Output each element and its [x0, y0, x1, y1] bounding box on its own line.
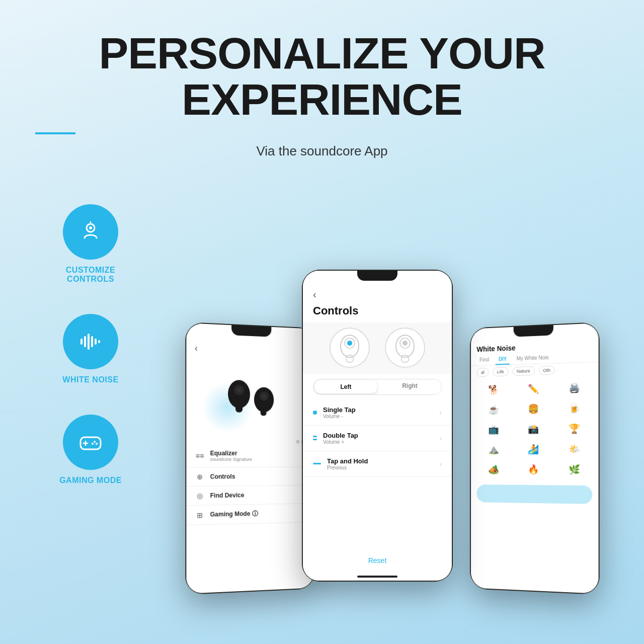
- phone-left-screen: ‹: [186, 323, 314, 594]
- controls-title: Controls: [303, 302, 452, 323]
- svg-rect-5: [91, 336, 93, 347]
- svg-rect-4: [88, 334, 90, 350]
- white-noise-label: WHITE NOISE: [62, 375, 118, 384]
- subtab-other[interactable]: Oth: [538, 365, 555, 375]
- phone-center-screen: ‹ Controls: [303, 271, 452, 581]
- left-button[interactable]: Left: [314, 380, 377, 393]
- svg-point-11: [94, 441, 96, 443]
- phone-right-screen: White Noise Find DIY My White Nois al Li…: [471, 323, 599, 594]
- svg-point-28: [403, 341, 408, 346]
- double-tap-row[interactable]: Double Tap Volume + ›: [303, 426, 452, 451]
- subtitle: Via the soundcore App: [35, 143, 609, 159]
- double-tap-indicator: [313, 436, 317, 440]
- sound-icon-15[interactable]: 🌿: [554, 460, 594, 479]
- lr-toggle[interactable]: Left Right: [313, 379, 442, 395]
- svg-point-13: [92, 443, 94, 445]
- feature-gaming-mode: GAMING MODE: [35, 415, 146, 485]
- gamepad-icon: [77, 429, 104, 455]
- feature-white-noise: WHITE NOISE: [35, 314, 146, 384]
- svg-point-24: [347, 341, 352, 346]
- sound-icon-8[interactable]: 📸: [514, 419, 553, 439]
- white-noise-circle: [63, 314, 118, 369]
- earbuds-image: [186, 355, 314, 438]
- sound-icon-6[interactable]: 🍺: [554, 398, 594, 418]
- blue-divider: [35, 132, 75, 134]
- tap-hold-indicator: [313, 463, 321, 464]
- sound-icon-2[interactable]: ✏️: [514, 379, 553, 399]
- earbuds-visual-center: [303, 323, 452, 374]
- subtab-life[interactable]: Life: [493, 367, 508, 376]
- svg-point-1: [89, 226, 92, 229]
- phone-right-notch: [514, 325, 553, 337]
- svg-rect-17: [235, 403, 243, 412]
- customize-controls-label: CUSTOMIZECONTROLS: [66, 266, 115, 284]
- gaming-mode-label: GAMING MODE: [59, 476, 122, 485]
- tab-diy[interactable]: DIY: [496, 354, 510, 365]
- sound-icon-14[interactable]: 🔥: [514, 460, 553, 479]
- svg-rect-25: [346, 355, 353, 362]
- phone-left: ‹: [185, 322, 315, 595]
- sound-icon-5[interactable]: 🍔: [514, 399, 553, 419]
- menu-gaming-mode[interactable]: ⊞ Gaming Mode ⓘ: [186, 504, 314, 525]
- main-title: PERSONALIZE YOUR EXPERIENCE: [35, 30, 609, 123]
- earbud-left-visual: [330, 328, 370, 368]
- header: PERSONALIZE YOUR EXPERIENCE Via the soun…: [35, 30, 609, 159]
- phone-center: ‹ Controls: [302, 270, 453, 582]
- svg-rect-29: [401, 355, 409, 362]
- svg-point-12: [96, 443, 98, 445]
- subtab-al[interactable]: al: [476, 368, 489, 377]
- waveform-icon: [77, 329, 104, 355]
- subtab-nature[interactable]: Nature: [512, 366, 534, 376]
- tab-my-white-noise[interactable]: My White Nois: [514, 352, 552, 364]
- phones-area: ‹: [146, 174, 609, 612]
- right-button[interactable]: Right: [378, 379, 441, 394]
- sound-icon-3[interactable]: 🖨️: [554, 377, 594, 397]
- sound-icon-12[interactable]: 🌤️: [554, 439, 594, 459]
- sound-icon-1[interactable]: 🐕: [475, 380, 513, 399]
- tab-find[interactable]: Find: [476, 355, 492, 366]
- tap-hold-row[interactable]: Tap and Hold Previous ›: [303, 451, 452, 477]
- svg-rect-2: [80, 339, 83, 345]
- svg-rect-6: [95, 339, 97, 345]
- svg-rect-3: [84, 336, 86, 347]
- reset-button[interactable]: Reset: [303, 548, 452, 573]
- gaming-mode-circle: [63, 415, 118, 470]
- earbuds-svg: [216, 368, 286, 425]
- touch-icon: [77, 219, 104, 245]
- menu-controls[interactable]: ⊕ Controls: [186, 467, 314, 487]
- single-tap-indicator: [313, 411, 317, 415]
- menu-find-device[interactable]: ◎ Find Device: [186, 486, 314, 506]
- sound-icon-4[interactable]: ☕: [475, 400, 513, 420]
- sound-icon-13[interactable]: 🏕️: [475, 460, 513, 479]
- menu-equalizer[interactable]: ≡≡ Equalizer soundcore Signature: [186, 444, 314, 467]
- features-column: CUSTOMIZECONTROLS WHITE NOISE: [35, 174, 146, 485]
- customize-controls-circle: [63, 204, 118, 260]
- sounds-grid: 🐕 ✏️ 🖨️ ☕ 🍔 🍺 📺 📸 🏆 ⛰️ 🏄 🌤️: [471, 375, 599, 481]
- phone-left-notch: [231, 325, 271, 337]
- back-arrow-center: ‹: [313, 289, 316, 300]
- phone-center-notch: [357, 271, 397, 281]
- single-tap-row[interactable]: Single Tap Volume - ›: [303, 400, 452, 426]
- feature-customize-controls: CUSTOMIZECONTROLS: [35, 204, 146, 284]
- svg-rect-21: [261, 408, 267, 416]
- sound-icon-9[interactable]: 🏆: [554, 419, 594, 438]
- blue-slider-bar[interactable]: [476, 485, 592, 504]
- sound-icon-10[interactable]: ⛰️: [475, 440, 513, 459]
- home-indicator: [357, 576, 397, 578]
- content-area: CUSTOMIZECONTROLS WHITE NOISE: [35, 174, 609, 612]
- sound-icon-11[interactable]: 🏄: [514, 440, 553, 459]
- page-container: PERSONALIZE YOUR EXPERIENCE Via the soun…: [0, 0, 644, 644]
- earbud-right-visual: [385, 328, 425, 368]
- sound-icon-7[interactable]: 📺: [475, 420, 513, 439]
- svg-rect-7: [98, 340, 100, 343]
- phone-right: White Noise Find DIY My White Nois al Li…: [470, 322, 600, 595]
